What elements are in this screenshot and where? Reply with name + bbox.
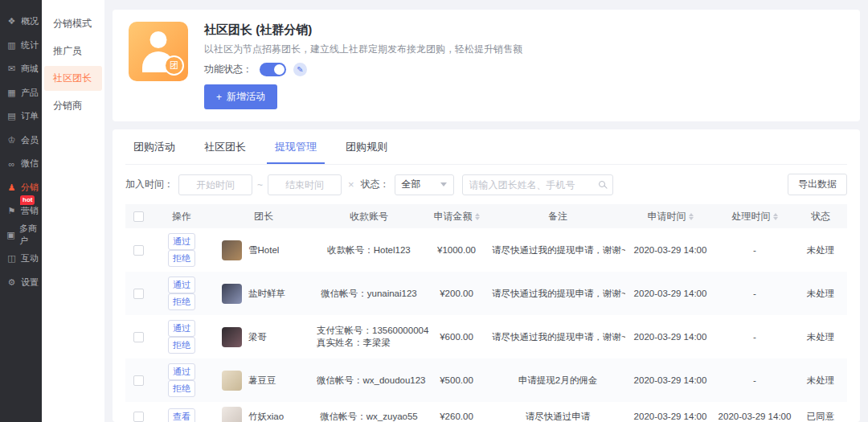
sidebar-item-product[interactable]: ▦产品 [0,81,42,105]
sidebar-item-multi-merchant[interactable]: ▣多商户 [0,223,42,248]
page-title: 社区团长 (社群分销) [204,23,522,38]
submenu-item-promoter[interactable]: 推广员 [44,39,102,64]
search-input[interactable] [462,174,613,195]
row-actions-cell: 查看 [151,402,212,422]
approve-button[interactable]: 通过 [168,277,195,293]
sidebar-item-wechat[interactable]: ∞微信 [0,152,42,176]
sidebar-item-overview[interactable]: ❖概况 [0,10,42,34]
export-data-button[interactable]: 导出数据 [788,174,847,195]
stats-icon: ▥ [6,40,17,51]
mall-icon: ✉ [6,64,17,74]
sidebar-item-label: 统计 [21,39,39,51]
view-button[interactable]: 查看 [168,408,195,422]
sidebar-item-member[interactable]: ♔会员 [0,129,42,153]
submenu-item-community-leader[interactable]: 社区团长 [44,66,102,91]
table-row: 查看竹妖xiao微信帐号：wx_zuyao55¥260.00请尽快通过申请202… [125,402,847,422]
table-body: 通过拒绝雪Hotel收款帐号：Hotel123¥1000.00请尽快通过我的提现… [125,228,847,422]
avatar [222,371,242,391]
feature-status-row: 功能状态： ✎ [204,63,522,76]
primary-sidebar: ❖概况▥统计✉商城▦产品▤订单♔会员∞微信♟分销⚑营销hot▣多商户◫互动⚙设置 [0,0,42,422]
sidebar-item-label: 微信 [21,158,39,170]
leader-info: 雪Hotel [214,240,313,260]
account-lines: 收款帐号：Hotel123 [327,244,411,256]
row-checkbox[interactable] [133,245,144,256]
row-actions-cell: 通过拒绝 [151,228,212,272]
sort-icon[interactable] [773,213,778,220]
status-cell: 未处理 [794,272,847,315]
approve-button[interactable]: 通过 [168,320,195,337]
tab-community-leader[interactable]: 社区团长 [196,129,254,164]
reject-button[interactable]: 拒绝 [168,250,195,267]
tab-group-activity[interactable]: 团购活动 [125,129,183,164]
sidebar-item-label: 互动 [21,252,39,264]
sort-down-icon [773,217,778,220]
select-all-checkbox[interactable] [133,211,144,222]
column-header-inner: 收款账号 [350,210,388,223]
account-lines: 支付宝帐号：13560000004真实姓名：李梁梁 [317,325,428,349]
account-cell: 支付宝帐号：13560000004真实姓名：李梁梁 [315,315,423,358]
account-lines: 微信帐号：wx_doudou123 [317,375,426,387]
column-header-label: 处理时间 [732,210,771,223]
feature-info: 社区团长 (社群分销) 以社区为节点招募团长，建立线上社群定期发布接龙团购，轻松… [204,22,522,109]
clear-icon[interactable]: × [346,178,356,191]
account-lines: 微信帐号：wx_zuyao55 [320,411,417,422]
tab-group-rules[interactable]: 团购规则 [338,129,395,164]
row-checkbox[interactable] [133,412,144,422]
approve-button[interactable]: 通过 [168,363,195,380]
submenu-item-distribution-mode[interactable]: 分销模式 [44,11,102,36]
column-header-amount: 申请金额 [423,204,490,228]
row-actions-cell: 通过拒绝 [151,358,212,402]
sidebar-item-label: 多商户 [19,223,42,247]
sidebar-item-stats[interactable]: ▥统计 [0,34,42,58]
reject-button[interactable]: 拒绝 [168,337,195,354]
sidebar-item-label: 设置 [21,277,39,289]
sidebar-item-settings[interactable]: ⚙设置 [0,271,42,295]
column-header-remark: 备注 [490,204,625,228]
apply-time-cell: 2020-03-29 14:00 [625,358,715,402]
start-time-input[interactable] [178,174,252,195]
secondary-sidebar: 分销模式推广员社区团长分销商 [42,0,104,422]
sidebar-item-order[interactable]: ▤订单 [0,104,42,129]
row-checkbox[interactable] [133,332,144,342]
approve-button[interactable]: 通过 [168,233,195,250]
reject-button[interactable]: 拒绝 [168,380,195,397]
column-header-label: 团长 [254,210,273,223]
column-header-inner: 备注 [548,210,567,223]
table-row: 通过拒绝梁哥支付宝帐号：13560000004真实姓名：李梁梁¥600.00请尽… [125,315,847,358]
sort-icon[interactable] [689,213,694,220]
sidebar-item-label: 概况 [21,15,39,27]
column-header-account: 收款账号 [315,204,423,228]
add-activity-button[interactable]: + 新增活动 [204,84,277,109]
leader-name: 雪Hotel [248,244,279,256]
column-header-leader: 团长 [212,204,315,228]
edit-icon[interactable]: ✎ [293,63,307,76]
reject-button[interactable]: 拒绝 [168,293,195,310]
search-icon[interactable] [599,181,605,187]
column-header-inner: 申请时间 [648,210,694,223]
submenu-item-distributor[interactable]: 分销商 [44,93,102,118]
status-select[interactable]: 全部 [395,174,454,195]
leader-info: 盐时鲜草 [214,284,313,304]
page-description: 以社区为节点招募团长，建立线上社群定期发布接龙团购，轻松提升销售额 [204,43,522,56]
app-window: ❖概况▥统计✉商城▦产品▤订单♔会员∞微信♟分销⚑营销hot▣多商户◫互动⚙设置… [0,0,868,422]
account-line: 微信帐号：wx_zuyao55 [320,411,417,422]
tab-withdraw-manage[interactable]: 提现管理 [267,129,325,164]
process-time-cell: - [715,272,794,315]
feature-status-toggle[interactable] [260,63,286,76]
account-line: 支付宝帐号：13560000004 [317,325,428,337]
column-header-inner: 操作 [172,210,191,223]
column-header-label: 申请金额 [434,210,473,223]
end-time-input[interactable] [268,174,342,195]
row-checkbox[interactable] [133,375,144,386]
search-wrap [462,174,613,195]
sidebar-item-interaction[interactable]: ◫互动 [0,247,42,271]
sort-icon[interactable] [475,213,480,220]
amount-cell: ¥1000.00 [423,228,490,272]
account-line: 微信帐号：yunainai123 [321,288,417,300]
header-checkbox-cell [125,204,151,228]
account-cell: 微信帐号：yunainai123 [315,272,423,315]
sidebar-item-mall[interactable]: ✉商城 [0,57,42,81]
row-checkbox[interactable] [133,289,144,299]
sidebar-item-marketing[interactable]: ⚑营销hot [0,199,42,223]
status-cell: 未处理 [794,315,847,358]
